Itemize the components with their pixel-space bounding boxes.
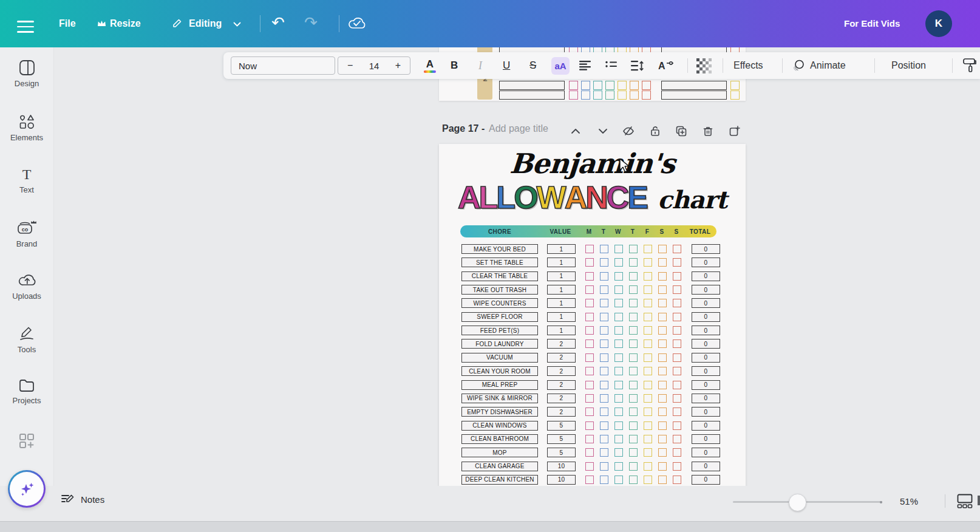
sidebar-item-elements[interactable]: Elements [0,113,53,152]
value-cell[interactable]: 2 [547,407,576,417]
day-checkbox[interactable] [658,435,667,443]
doc-title-line2[interactable]: ALLOWANCE chart [439,179,746,216]
day-checkbox[interactable] [600,408,608,416]
value-cell[interactable]: 5 [547,434,576,444]
italic-button[interactable]: I [478,52,482,79]
day-checkbox[interactable] [644,326,652,335]
day-checkbox[interactable] [600,313,608,321]
day-checkbox[interactable] [585,339,594,348]
day-checkbox[interactable] [585,421,594,430]
sidebar-item-tools[interactable]: Tools [0,326,53,364]
value-cell[interactable]: 1 [547,244,576,254]
day-checkbox[interactable] [629,339,638,348]
chore-cell[interactable]: CLEAN YOUR ROOM [461,366,538,376]
text-settings-button[interactable]: A [658,52,674,79]
day-checkbox[interactable] [614,272,623,281]
day-checkbox[interactable] [600,326,608,335]
day-checkbox[interactable] [658,448,667,457]
day-checkbox[interactable] [644,339,652,348]
day-checkbox[interactable] [585,285,594,294]
total-cell[interactable]: 0 [692,244,720,254]
day-checkbox[interactable] [614,353,623,362]
text-color-button[interactable]: A [424,52,436,79]
day-checkbox[interactable] [585,462,594,471]
value-cell[interactable]: 5 [547,421,576,431]
day-checkbox[interactable] [673,353,681,362]
day-checkbox[interactable] [644,299,652,307]
day-checkbox[interactable] [614,339,623,348]
day-checkbox[interactable] [644,245,652,253]
chore-cell[interactable]: MEAL PREP [461,380,538,390]
day-checkbox[interactable] [629,448,638,457]
day-checkbox[interactable] [658,394,667,403]
day-checkbox[interactable] [600,353,608,362]
value-cell[interactable]: 5 [547,448,576,457]
day-checkbox[interactable] [614,245,623,253]
day-checkbox[interactable] [600,245,608,253]
delete-page-icon[interactable] [700,123,716,139]
day-checkbox[interactable] [629,367,638,375]
redo-button[interactable]: ↷ [304,15,318,30]
day-checkbox[interactable] [629,421,638,430]
day-checkbox[interactable] [585,367,594,375]
day-checkbox[interactable] [673,258,681,267]
value-cell[interactable]: 10 [547,475,576,485]
sidebar-item-projects[interactable]: Projects [0,378,53,417]
font-size-increase-button[interactable]: + [386,60,410,71]
day-checkbox[interactable] [644,258,652,267]
zoom-slider-track[interactable] [733,501,882,503]
day-checkbox[interactable] [673,381,681,389]
chore-cell[interactable]: WIPE COUNTERS [461,298,538,308]
total-cell[interactable]: 0 [692,448,720,457]
lock-page-icon[interactable] [647,123,663,139]
bullet-list-button[interactable] [605,52,618,79]
notes-button[interactable]: Notes [61,493,104,505]
day-checkbox[interactable] [658,245,667,253]
day-checkbox[interactable] [673,448,681,457]
day-checkbox[interactable] [600,448,608,457]
day-checkbox[interactable] [658,462,667,471]
total-cell[interactable]: 0 [692,271,720,281]
day-checkbox[interactable] [673,313,681,321]
sidebar-item-text[interactable]: T Text [0,166,53,205]
day-checkbox[interactable] [673,245,681,253]
day-checkbox[interactable] [673,326,681,335]
day-checkbox[interactable] [600,476,608,484]
day-checkbox[interactable] [614,435,623,443]
doc-title-name[interactable]: Benjamin's [438,148,747,180]
day-checkbox[interactable] [644,448,652,457]
day-checkbox[interactable] [658,299,667,307]
day-checkbox[interactable] [644,367,652,375]
total-cell[interactable]: 0 [692,353,720,363]
day-checkbox[interactable] [600,381,608,389]
day-checkbox[interactable] [673,272,681,281]
day-checkbox[interactable] [614,381,623,389]
day-checkbox[interactable] [600,421,608,430]
day-checkbox[interactable] [629,381,638,389]
day-checkbox[interactable] [673,435,681,443]
total-cell[interactable]: 0 [692,326,720,335]
day-checkbox[interactable] [658,285,667,294]
page-title-placeholder[interactable]: Add page title [489,123,548,134]
day-checkbox[interactable] [614,448,623,457]
day-checkbox[interactable] [585,245,594,253]
move-page-up-icon[interactable] [568,123,584,139]
day-checkbox[interactable] [585,353,594,362]
day-checkbox[interactable] [585,476,594,484]
position-button[interactable]: Position [891,52,926,79]
transparency-button[interactable] [696,52,712,79]
day-checkbox[interactable] [644,421,652,430]
day-checkbox[interactable] [644,353,652,362]
chore-cell[interactable]: DEEP CLEAN KITCHEN [461,475,538,485]
account-avatar[interactable]: K [925,10,952,37]
day-checkbox[interactable] [658,313,667,321]
value-cell[interactable]: 1 [547,285,576,295]
day-checkbox[interactable] [629,258,638,267]
day-checkbox[interactable] [629,476,638,484]
day-checkbox[interactable] [614,408,623,416]
chore-cell[interactable]: CLEAN BATHROOM [461,434,538,444]
day-checkbox[interactable] [585,435,594,443]
day-checkbox[interactable] [644,408,652,416]
value-cell[interactable]: 2 [547,394,576,403]
chore-cell[interactable]: CLEAR THE TABLE [461,271,538,281]
